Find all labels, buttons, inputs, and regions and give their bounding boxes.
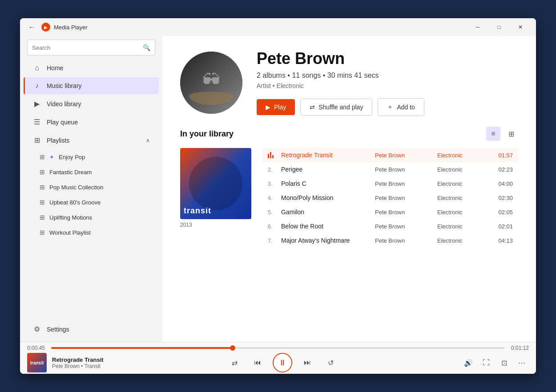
playlist-item-fantastic-dream[interactable]: ⊞ Fantastic Dream bbox=[24, 165, 159, 179]
track-duration-1: 02:23 bbox=[491, 166, 513, 173]
home-icon: ⌂ bbox=[32, 64, 41, 72]
table-row[interactable]: 7. Major Atway's Nightmare Pete Brown El… bbox=[262, 233, 518, 248]
artist-name: Pete Brown bbox=[257, 49, 518, 68]
table-row[interactable]: 3. Polaris C Pete Brown Electronic 04:00 bbox=[262, 176, 518, 191]
settings-icon: ⚙ bbox=[32, 325, 41, 333]
close-button[interactable]: ✕ bbox=[510, 20, 531, 34]
playlist-item-pop-music-collection[interactable]: ⊞ Pop Music Collection bbox=[24, 180, 159, 194]
play-icon: ▶ bbox=[266, 104, 270, 111]
track-genre-1: Electronic bbox=[437, 166, 491, 173]
track-number-1: 2. bbox=[268, 166, 281, 173]
library-header: In your library ≡ ⊞ bbox=[180, 127, 518, 141]
next-button[interactable]: ⏭ bbox=[299, 355, 315, 371]
plus-icon: ＋ bbox=[387, 103, 393, 111]
sidebar-item-music-library[interactable]: ♪ Music library bbox=[24, 77, 159, 94]
table-row[interactable]: 2. Perigee Pete Brown Electronic 02:23 bbox=[262, 162, 518, 176]
track-number-6: 7. bbox=[268, 237, 281, 244]
minimize-button[interactable]: ─ bbox=[467, 20, 488, 34]
table-row[interactable]: 6. Below the Root Pete Brown Electronic … bbox=[262, 219, 518, 233]
track-number-0 bbox=[268, 152, 281, 158]
album-cover[interactable]: transit bbox=[180, 148, 251, 219]
track-genre-6: Electronic bbox=[437, 237, 491, 244]
track-title-1: Perigee bbox=[281, 166, 375, 173]
sidebar-item-video-library[interactable]: ▶ Video library bbox=[24, 95, 159, 112]
pause-button[interactable]: ⏸ bbox=[273, 353, 292, 372]
volume-button[interactable]: 🔊 bbox=[461, 356, 475, 370]
track-title-2: Polaris C bbox=[281, 180, 375, 187]
playlist-item-uplifting-motions[interactable]: ⊞ Uplifting Motions bbox=[24, 210, 159, 224]
shuffle-button[interactable]: ⇄ Shuffle and play bbox=[300, 99, 372, 116]
content-split: transit 2013 bbox=[180, 148, 518, 248]
search-container: 🔍 bbox=[20, 36, 162, 59]
track-duration-4: 02:05 bbox=[491, 209, 513, 216]
artist-avatar bbox=[180, 52, 242, 114]
view-controls: ≡ ⊞ bbox=[486, 127, 518, 141]
track-artist-5: Pete Brown bbox=[375, 223, 437, 230]
sidebar: 🔍 ⌂ Home ♪ Music library ▶ Video library… bbox=[20, 36, 162, 342]
controls-center: ⇄ ⏮ ⏸ ⏭ ↺ bbox=[134, 353, 431, 372]
search-box[interactable]: 🔍 bbox=[27, 40, 155, 56]
grid-view-button[interactable]: ⊞ bbox=[504, 127, 518, 141]
track-artist-2: Pete Brown bbox=[375, 180, 437, 187]
album-year: 2013 bbox=[180, 222, 254, 228]
playlists-icon: ⊞ bbox=[32, 136, 41, 144]
playlist-icon-5: ⊞ bbox=[40, 229, 45, 236]
playlist-label-2: Pop Music Collection bbox=[49, 184, 103, 191]
list-view-button[interactable]: ≡ bbox=[486, 127, 500, 141]
tracks-list: Retrograde Transit Pete Brown Electronic… bbox=[262, 148, 518, 248]
shuffle-playback-button[interactable]: ⇄ bbox=[226, 355, 242, 371]
table-row[interactable]: Retrograde Transit Pete Brown Electronic… bbox=[262, 148, 518, 162]
previous-button[interactable]: ⏮ bbox=[250, 355, 266, 371]
shuffle-label: Shuffle and play bbox=[318, 104, 363, 111]
addto-button[interactable]: ＋ Add to bbox=[378, 98, 424, 116]
track-number-5: 6. bbox=[268, 223, 281, 230]
sidebar-item-home[interactable]: ⌂ Home bbox=[24, 60, 159, 76]
track-duration-6: 04:13 bbox=[491, 237, 513, 244]
playlist-item-upbeat-80s[interactable]: ⊞ Upbeat 80's Groove bbox=[24, 195, 159, 209]
playlist-item-enjoy-pop[interactable]: ⊞ ✦ Enjoy Pop bbox=[24, 150, 159, 164]
playlists-label: Playlists bbox=[47, 137, 69, 144]
artist-info: Pete Brown 2 albums • 11 songs • 30 mins… bbox=[257, 49, 518, 116]
progress-container: 0:00:45 0:01:12 bbox=[20, 342, 536, 351]
search-input[interactable] bbox=[32, 44, 139, 51]
artist-header: Pete Brown 2 albums • 11 songs • 30 mins… bbox=[162, 36, 536, 127]
table-row[interactable]: 5. Gamilon Pete Brown Electronic 02:05 bbox=[262, 205, 518, 219]
title-bar-left: ← ▶ Media Player bbox=[25, 21, 88, 33]
playlist-icon-0: ⊞ bbox=[40, 153, 45, 160]
play-label: Play bbox=[274, 104, 286, 111]
controls-right: 🔊 ⛶ ⊡ ⋯ bbox=[431, 356, 529, 370]
track-genre-5: Electronic bbox=[437, 223, 491, 230]
content-area: Pete Brown 2 albums • 11 songs • 30 mins… bbox=[162, 36, 536, 342]
settings-item[interactable]: ⚙ Settings bbox=[24, 320, 159, 338]
track-duration-2: 04:00 bbox=[491, 180, 513, 187]
playlist-label-5: Workout Playlist bbox=[49, 229, 91, 236]
track-duration-3: 02:30 bbox=[491, 195, 513, 201]
track-duration-5: 02:01 bbox=[491, 223, 513, 230]
search-icon: 🔍 bbox=[143, 44, 150, 51]
miniplayer-button[interactable]: ⊡ bbox=[497, 356, 511, 370]
play-button[interactable]: ▶ Play bbox=[257, 99, 295, 115]
total-time: 0:01:12 bbox=[509, 345, 529, 351]
title-bar-controls: ─ □ ✕ bbox=[467, 20, 531, 34]
track-number-2: 3. bbox=[268, 180, 281, 187]
back-button[interactable]: ← bbox=[25, 21, 38, 33]
artist-meta: 2 albums • 11 songs • 30 mins 41 secs bbox=[257, 72, 518, 80]
more-options-button[interactable]: ⋯ bbox=[515, 356, 529, 370]
fullscreen-button[interactable]: ⛶ bbox=[479, 356, 493, 370]
table-row[interactable]: 4. Mono/Poly Mission Pete Brown Electron… bbox=[262, 191, 518, 205]
sidebar-item-video-label: Video library bbox=[47, 100, 81, 108]
playlist-label-1: Fantastic Dream bbox=[49, 169, 92, 176]
track-number-3: 4. bbox=[268, 195, 281, 201]
track-title-5: Below the Root bbox=[281, 223, 375, 230]
track-title-3: Mono/Poly Mission bbox=[281, 194, 375, 201]
progress-bar[interactable] bbox=[51, 347, 505, 349]
playlists-section-header[interactable]: ⊞ Playlists ∧ bbox=[24, 132, 159, 149]
playlist-item-workout-playlist[interactable]: ⊞ Workout Playlist bbox=[24, 225, 159, 240]
video-icon: ▶ bbox=[32, 100, 41, 108]
track-artist-3: Pete Brown bbox=[375, 195, 437, 201]
album-name: transit bbox=[184, 206, 211, 216]
maximize-button[interactable]: □ bbox=[489, 20, 509, 34]
track-title-4: Gamilon bbox=[281, 208, 375, 216]
repeat-button[interactable]: ↺ bbox=[322, 355, 338, 371]
sidebar-item-play-queue[interactable]: ☰ Play queue bbox=[24, 113, 159, 131]
